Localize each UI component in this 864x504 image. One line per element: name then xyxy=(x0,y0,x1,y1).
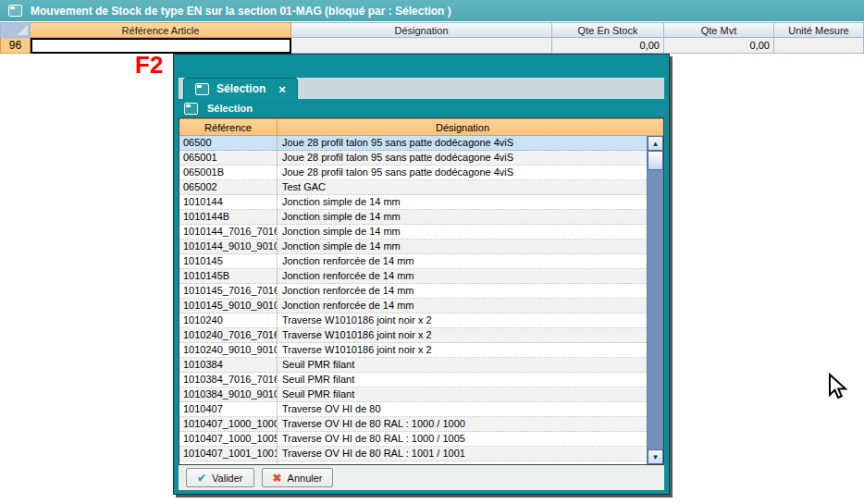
list-item[interactable]: 1010144 Jonction simple de 14 mm xyxy=(179,195,647,210)
section-window-icon xyxy=(184,103,198,115)
dialog-section-label: Sélection xyxy=(174,99,669,117)
valider-button-label: Valider xyxy=(212,473,242,484)
scrollbar-track[interactable] xyxy=(648,170,663,449)
annuler-button[interactable]: ✖ Annuler xyxy=(262,468,334,487)
tab-window-icon xyxy=(195,83,209,95)
selection-list-panel: Référence Désignation 06500 Joue 28 prof… xyxy=(179,117,664,465)
main-grid-row-96: 96 0,00 0,00 xyxy=(0,38,864,54)
list-item-designation: Jonction simple de 14 mm xyxy=(278,195,647,209)
list-item[interactable]: 1010240_7016_7016 Traverse W1010186 join… xyxy=(179,328,647,343)
tab-label: Sélection xyxy=(216,82,265,95)
dialog-tabstrip: Sélection × xyxy=(179,78,664,99)
list-item[interactable]: 1010145_9010_9010 Jonction renforcée de … xyxy=(179,299,647,313)
list-item-designation: Joue 28 profil talon 95 sans patte dodéc… xyxy=(278,151,647,165)
selection-list: 06500 Joue 28 profil talon 95 sans patte… xyxy=(179,136,647,464)
list-item-designation: Traverse OV HI de 80 RAL : 1000 / 1005 xyxy=(278,432,647,446)
selection-list-header: Référence Désignation xyxy=(179,118,663,136)
list-item-designation: Traverse W1010186 joint noir x 2 xyxy=(278,343,647,357)
list-item-reference: 1010144B xyxy=(179,210,278,224)
list-item-reference: 1010145B xyxy=(179,269,278,283)
list-item[interactable]: 1010407_1000_1000 Traverse OV HI de 80 R… xyxy=(179,417,647,432)
designation-cell xyxy=(291,38,552,54)
cross-icon: ✖ xyxy=(273,472,282,485)
list-item-reference: 1010384_9010_9010 xyxy=(179,387,278,401)
column-header-reference-article: Référence Article xyxy=(31,22,291,38)
unite-mesure-cell xyxy=(774,38,864,54)
list-item-designation: Traverse OV HI de 80 RAL : 1000 / 1000 xyxy=(278,417,647,431)
list-item-designation: Traverse W1010186 joint noir x 2 xyxy=(278,313,647,327)
list-item[interactable]: 1010145_7016_7016 Jonction renforcée de … xyxy=(179,284,647,299)
list-item-designation: Traverse OV HI de 80 RAL : 1001 / 1001 xyxy=(278,447,647,461)
list-item-designation: Seuil PMR filant xyxy=(278,373,647,387)
scroll-down-icon[interactable]: ▼ xyxy=(648,449,663,464)
list-column-header-designation: Désignation xyxy=(278,119,648,135)
window-title: Mouvement de Stock de type EN sur la sec… xyxy=(31,5,451,18)
list-item[interactable]: 1010145 Jonction renforcée de 14 mm xyxy=(179,254,647,269)
list-item-designation: Seuil PMR filant xyxy=(278,358,647,372)
list-item-designation: Traverse OV HI de 80 RAL : 1002 / 1002 xyxy=(278,461,647,464)
list-item-designation: Jonction simple de 14 mm xyxy=(278,210,647,224)
column-header-unite-mesure: Unité Mesure xyxy=(774,22,864,38)
selection-list-body: 06500 Joue 28 profil talon 95 sans patte… xyxy=(179,136,663,464)
list-item-designation: Traverse OV HI de 80 xyxy=(278,402,647,416)
mouse-cursor xyxy=(826,373,848,402)
list-item-reference: 1010384_7016_7016 xyxy=(179,373,278,387)
list-item[interactable]: 1010240 Traverse W1010186 joint noir x 2 xyxy=(179,313,647,328)
tab-close-icon[interactable]: × xyxy=(278,83,286,95)
list-item-reference: 1010145_9010_9010 xyxy=(179,299,278,313)
check-icon: ✔ xyxy=(197,472,206,485)
dialog-footer: ✔ Valider ✖ Annuler xyxy=(179,465,664,490)
list-item[interactable]: 1010407 Traverse OV HI de 80 xyxy=(179,402,647,417)
list-item-reference: 065001B xyxy=(179,166,278,179)
list-item-reference: 1010145_7016_7016 xyxy=(179,284,278,298)
list-item[interactable]: 1010144_9010_9010 Jonction simple de 14 … xyxy=(179,240,647,254)
list-item-reference: 065002 xyxy=(179,180,278,194)
list-item[interactable]: 1010384_7016_7016 Seuil PMR filant xyxy=(179,373,647,387)
list-item[interactable]: 1010384_9010_9010 Seuil PMR filant xyxy=(179,387,647,402)
list-item[interactable]: 1010407_1000_1005 Traverse OV HI de 80 R… xyxy=(179,432,647,447)
dialog-section-title: Sélection xyxy=(207,103,253,114)
list-item[interactable]: 065002 Test GAC xyxy=(179,180,647,195)
main-grid-header: Référence Article Désignation Qte En Sto… xyxy=(0,22,864,38)
list-item-reference: 1010407 xyxy=(179,402,278,416)
selection-dialog: Sélection × Sélection Référence Désignat… xyxy=(173,54,670,495)
window-titlebar: Mouvement de Stock de type EN sur la sec… xyxy=(0,0,864,21)
list-item-designation: Joue 28 profil talon 95 sans patte dodéc… xyxy=(278,166,647,179)
list-item[interactable]: 1010145B Jonction renforcée de 14 mm xyxy=(179,269,647,284)
list-item-reference: 1010144 xyxy=(179,195,278,209)
list-item-reference: 1010407_1000_1000 xyxy=(179,417,278,431)
list-item-designation: Jonction renforcée de 14 mm xyxy=(278,284,647,298)
scrollbar-thumb[interactable] xyxy=(648,151,663,170)
scroll-up-icon[interactable]: ▲ xyxy=(648,136,663,151)
list-item-reference: 1010384 xyxy=(179,358,278,372)
list-item[interactable]: 1010384 Seuil PMR filant xyxy=(179,358,647,373)
column-header-designation: Désignation xyxy=(291,22,552,38)
annuler-button-label: Annuler xyxy=(288,473,323,484)
list-item-designation: Jonction simple de 14 mm xyxy=(278,225,647,239)
list-item-designation: Test GAC xyxy=(278,180,647,194)
list-item[interactable]: 1010144B Jonction simple de 14 mm xyxy=(179,210,647,225)
list-item-reference: 1010407_1000_1005 xyxy=(179,432,278,446)
list-item-reference: 065001 xyxy=(179,151,278,165)
list-column-header-reference: Référence xyxy=(179,119,278,135)
list-item[interactable]: 1010407_1001_1001 Traverse OV HI de 80 R… xyxy=(179,447,647,461)
list-item-designation: Jonction renforcée de 14 mm xyxy=(278,269,647,283)
list-item[interactable]: 1010144_7016_7016 Jonction simple de 14 … xyxy=(179,225,647,240)
qte-mvt-cell: 0,00 xyxy=(664,38,774,54)
list-header-scroll-spacer xyxy=(648,119,663,135)
list-item-designation: Jonction simple de 14 mm xyxy=(278,240,647,253)
list-item-designation: Jonction renforcée de 14 mm xyxy=(278,299,647,313)
list-item-reference: 1010240 xyxy=(179,313,278,327)
f2-key-hint: F2 xyxy=(135,51,163,80)
tab-selection[interactable]: Sélection × xyxy=(183,78,298,99)
list-item[interactable]: 065001 Joue 28 profil talon 95 sans patt… xyxy=(179,151,647,166)
list-item-reference: 1010144_7016_7016 xyxy=(179,225,278,239)
list-item[interactable]: 06500 Joue 28 profil talon 95 sans patte… xyxy=(179,136,647,151)
list-item[interactable]: 065001B Joue 28 profil talon 95 sans pat… xyxy=(179,166,647,180)
list-item[interactable]: 1010240_9010_9010 Traverse W1010186 join… xyxy=(179,343,647,358)
list-item[interactable]: 1010407_1002_1002 Traverse OV HI de 80 R… xyxy=(179,461,647,464)
column-header-qte-en-stock: Qte En Stock xyxy=(552,22,664,38)
valider-button[interactable]: ✔ Valider xyxy=(186,468,254,487)
list-item-reference: 1010240_9010_9010 xyxy=(179,343,278,357)
list-scrollbar[interactable]: ▲ ▼ xyxy=(647,136,663,464)
